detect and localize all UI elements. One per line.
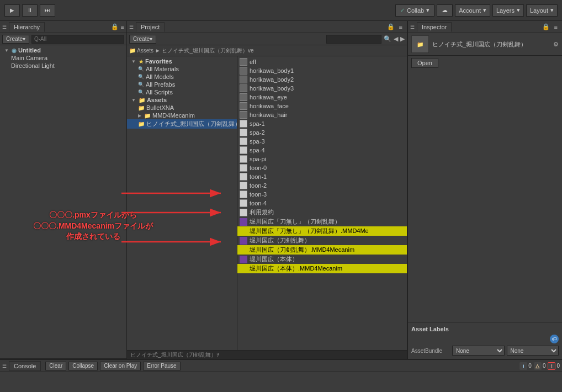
open-button[interactable]: Open — [411, 58, 438, 68]
info-count: 0 — [528, 363, 532, 369]
tag-icon[interactable]: 🏷 — [550, 335, 559, 343]
open-button-row: Open — [408, 56, 562, 70]
console-clear-on-play-button[interactable]: Clear on Play — [100, 362, 141, 370]
layout-label: Layout — [530, 7, 548, 14]
file-body2[interactable]: horikawa_body2 — [237, 75, 407, 84]
console-panel: ☰ Console Clear Collapse Clear on Play E… — [0, 359, 562, 392]
toon4-label: toon-4 — [250, 200, 267, 206]
layers-dropdown[interactable]: Layers ▾ — [492, 4, 524, 17]
file-ranbu-mmd[interactable]: 堀川国広（刀剣乱舞）.MMD4Mecanim — [237, 245, 407, 255]
file-spapi[interactable]: spa-pi — [237, 155, 407, 163]
assetbundle-variant-select[interactable]: None — [507, 346, 559, 356]
inspector-panel-icon: ☰ — [410, 24, 415, 30]
file-toon0[interactable]: toon-0 — [237, 163, 407, 172]
file-eff[interactable]: eff — [237, 57, 407, 66]
inspector-name-area: ヒノイチ式_堀川国広（刀剣乱舞） — [432, 40, 550, 49]
all-scripts-item[interactable]: 🔍 All Scripts — [127, 88, 237, 96]
hierarchy-toolbar: Create ▾ — [0, 33, 126, 45]
inspector-menu-icon[interactable]: ≡ — [554, 24, 558, 30]
file-face[interactable]: horikawa_face — [237, 102, 407, 110]
directional-light-item[interactable]: Directional Light — [0, 62, 126, 70]
file-spa1[interactable]: spa-1 — [237, 119, 407, 128]
hinoichi-item[interactable]: 📁 ヒノイチ式_堀川国広（刀剣乱舞）ver.1. — [127, 119, 237, 129]
project-tab-label: Project — [141, 24, 160, 30]
account-dropdown[interactable]: Account ▾ — [455, 4, 490, 17]
console-tab[interactable]: Console — [9, 361, 41, 371]
inspector-tab[interactable]: Inspector — [417, 22, 452, 32]
project-create-button[interactable]: Create ▾ — [129, 35, 156, 44]
inspector-asset-name: ヒノイチ式_堀川国広（刀剣乱舞） — [432, 40, 550, 49]
assets-group[interactable]: ▼ 📁 Assets — [127, 96, 237, 104]
inspector-panel: ☰ Inspector 🔒 ≡ 📁 ヒノイチ式_堀川国広（刀剣乱舞） ⚙ Ope… — [407, 21, 562, 359]
collab-button[interactable]: ✓ Collab ▾ — [395, 4, 434, 17]
all-scripts-label: All Scripts — [146, 89, 173, 96]
layout-arrow-icon: ▾ — [550, 7, 554, 14]
all-materials-label: All Materials — [146, 66, 179, 72]
file-toon3[interactable]: toon-3 — [237, 190, 407, 199]
step-button[interactable]: ⏭ — [40, 4, 55, 17]
console-clear-button[interactable]: Clear — [45, 362, 66, 370]
layout-dropdown[interactable]: Layout ▾ — [526, 4, 558, 17]
file-toon4[interactable]: toon-4 — [237, 199, 407, 208]
project-search-input[interactable] — [326, 35, 381, 44]
all-materials-item[interactable]: 🔍 All Materials — [127, 65, 237, 73]
all-models-item[interactable]: 🔍 All Models — [127, 73, 237, 81]
hierarchy-create-arrow: ▾ — [23, 36, 25, 42]
warn-icon: △ — [534, 362, 542, 370]
bulletxna-item[interactable]: 📁 BulletXNA — [127, 104, 237, 112]
inspector-lock-icon[interactable]: 🔒 — [542, 23, 550, 30]
file-toon2[interactable]: toon-2 — [237, 181, 407, 190]
assets-folder-icon: 📁 — [139, 97, 145, 103]
file-hontai[interactable]: 堀川国広（本体） — [237, 255, 407, 264]
hierarchy-create-button[interactable]: Create ▾ — [2, 35, 29, 44]
main-camera-item[interactable]: Main Camera — [0, 54, 126, 62]
console-collapse-button[interactable]: Collapse — [68, 362, 98, 370]
project-menu-icon[interactable]: ≡ — [399, 24, 402, 30]
file-ranbu[interactable]: 堀川国広（刀剣乱舞） — [237, 236, 407, 245]
file-spa4[interactable]: spa-4 — [237, 146, 407, 155]
hierarchy-tab[interactable]: Hierarchy — [9, 22, 45, 32]
console-toolbar: ☰ Console Clear Collapse Clear on Play E… — [0, 360, 562, 372]
file-spa3[interactable]: spa-3 — [237, 137, 407, 146]
file-katanashi-mmd[interactable]: 堀川国広「刀無し」（刀剣乱舞）.MMD4Me — [237, 226, 407, 236]
project-tab[interactable]: Project — [136, 22, 165, 32]
gear-icon[interactable]: ⚙ — [553, 41, 559, 48]
all-prefabs-item[interactable]: 🔍 All Prefabs — [127, 81, 237, 88]
warn-badge: △ 0 — [534, 362, 546, 370]
file-katanashi[interactable]: 堀川国広「刀無し」（刀剣乱舞） — [237, 217, 407, 226]
project-lock-icon[interactable]: 🔒 — [387, 23, 395, 30]
hierarchy-menu-icon[interactable]: ≡ — [121, 24, 124, 30]
project-scrollbar[interactable]: ヒノイチ式_堀川国広（刀剣乱舞）ｦ — [127, 350, 407, 359]
console-error-pause-button[interactable]: Error Pause — [143, 362, 180, 370]
file-body1[interactable]: horikawa_body1 — [237, 66, 407, 75]
hierarchy-search-input[interactable] — [31, 35, 124, 44]
project-nav-next[interactable]: ▶ — [400, 35, 405, 43]
mmd4mecanim-item[interactable]: ▶ 📁 MMD4Mecanim — [127, 112, 237, 119]
body3-icon — [240, 84, 247, 92]
hierarchy-tab-label: Hierarchy — [14, 24, 40, 30]
asset-labels-title: Asset Labels — [411, 326, 559, 332]
pause-button[interactable]: ⏸ — [22, 4, 38, 17]
file-toon1[interactable]: toon-1 — [237, 172, 407, 181]
project-panel-icon: ☰ — [129, 24, 134, 30]
scene-item[interactable]: ▼ ◉ Untitled — [0, 46, 126, 54]
file-eye[interactable]: horikawa_eye — [237, 93, 407, 102]
file-body3[interactable]: horikawa_body3 — [237, 84, 407, 93]
file-hontai-mmd[interactable]: 堀川国広（本体）.MMD4Mecanim — [237, 264, 407, 273]
assets-label: Assets — [147, 97, 167, 103]
file-spa2[interactable]: spa-2 — [237, 128, 407, 137]
project-nav-prev[interactable]: ◀ — [394, 35, 398, 43]
asset-bundle-row: AssetBundle None None — [411, 346, 559, 356]
assetbundle-select[interactable]: None — [452, 346, 505, 356]
cloud-button[interactable]: ☁ — [437, 4, 453, 17]
project-create-label: Create — [133, 36, 150, 42]
file-riyou[interactable]: 利用規約 — [237, 208, 407, 217]
hierarchy-lock-icon[interactable]: 🔒 — [111, 23, 119, 30]
hontai-mmd-icon — [240, 265, 247, 273]
ranbu-icon — [240, 237, 247, 245]
file-hair[interactable]: horikawa_hair — [237, 110, 407, 119]
favorites-group[interactable]: ▼ ★ Favorites — [127, 57, 237, 65]
play-button[interactable]: ▶ — [4, 4, 20, 17]
cloud-icon: ☁ — [442, 7, 448, 14]
search-icon[interactable]: 🔍 — [384, 35, 391, 43]
